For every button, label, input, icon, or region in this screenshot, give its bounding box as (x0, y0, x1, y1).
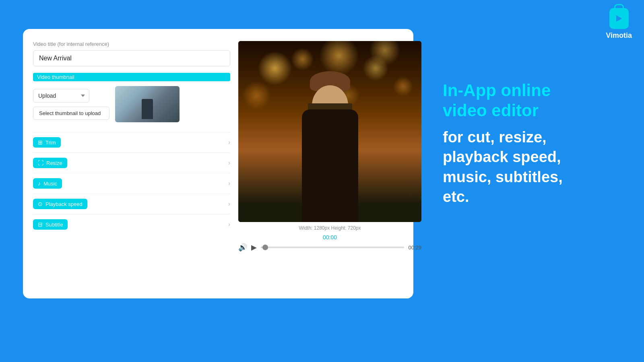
promo-text: In-App onlinevideo editor for cut, resiz… (443, 80, 612, 207)
subtitle-icon: ⊟ (38, 221, 43, 228)
select-thumbnail-button[interactable]: Select thumbnail to upload (33, 107, 109, 120)
video-frame (238, 41, 421, 222)
controls-row: 🔊 ▶ 00:29 (238, 243, 421, 252)
thumbnail-image (115, 86, 180, 122)
title-field-label: Video title (for internal reference) (33, 41, 230, 47)
resize-label: Resize (46, 160, 62, 166)
resize-icon: ⛶ (38, 160, 43, 166)
progress-thumb[interactable] (262, 245, 268, 250)
tool-playback[interactable]: ⊙ Playback speed › (33, 193, 230, 214)
current-time-display: 00:00 (238, 234, 421, 241)
tool-trim[interactable]: ⊞ Trim › (33, 132, 230, 152)
resize-badge: ⛶ Resize (33, 158, 67, 168)
thumb-figure (142, 99, 153, 119)
person-body (302, 109, 358, 222)
music-label: Music (43, 181, 57, 187)
logo-bag-icon (609, 8, 629, 29)
trim-chevron-icon: › (228, 139, 230, 146)
person-silhouette (290, 81, 370, 222)
subtitle-label: Subtitle (45, 222, 63, 228)
logo-area: Vimotia (606, 8, 632, 40)
volume-icon[interactable]: 🔊 (238, 243, 247, 252)
subtitle-badge: ⊟ Subtitle (33, 219, 68, 230)
logo-play-icon (616, 15, 622, 22)
left-panel: Video title (for internal reference) Vid… (33, 41, 230, 286)
main-card: Video title (for internal reference) Vid… (23, 29, 413, 298)
music-chevron-icon: › (228, 180, 230, 187)
thumbnail-row: Upload Screenshot Auto Select thumbnail … (33, 86, 230, 122)
thumbnail-badge: Video thumbnail (33, 73, 230, 81)
promo-body: for cut, resize,playback speed,music, su… (443, 128, 612, 207)
subtitle-chevron-icon: › (228, 221, 230, 228)
tool-music[interactable]: ♪ Music › (33, 173, 230, 193)
logo-name: Vimotia (606, 31, 632, 40)
music-badge: ♪ Music (33, 178, 62, 189)
thumbnail-controls: Upload Screenshot Auto Select thumbnail … (33, 89, 109, 120)
video-dimensions: Width: 1280px Height: 720px (299, 225, 361, 231)
playback-badge: ⊙ Playback speed (33, 199, 87, 209)
progress-bar[interactable] (261, 247, 404, 248)
end-time-display: 00:29 (408, 245, 421, 251)
player-controls: 00:00 🔊 ▶ 00:29 (238, 234, 421, 252)
play-button[interactable]: ▶ (251, 243, 257, 252)
resize-chevron-icon: › (228, 159, 230, 167)
tool-subtitle[interactable]: ⊟ Subtitle › (33, 214, 230, 234)
right-panel: Width: 1280px Height: 720px 00:00 🔊 ▶ 00… (238, 41, 421, 286)
music-icon: ♪ (38, 180, 41, 187)
upload-select[interactable]: Upload Screenshot Auto (33, 89, 89, 103)
thumbnail-preview (115, 86, 180, 122)
video-title-input[interactable] (33, 50, 230, 66)
playback-icon: ⊙ (38, 201, 43, 207)
trim-icon: ⊞ (38, 139, 43, 146)
tool-resize[interactable]: ⛶ Resize › (33, 152, 230, 173)
trim-badge: ⊞ Trim (33, 137, 61, 148)
playback-label: Playback speed (45, 201, 83, 207)
trim-label: Trim (45, 140, 56, 146)
promo-headline: In-App onlinevideo editor (443, 80, 612, 121)
playback-chevron-icon: › (228, 200, 230, 208)
